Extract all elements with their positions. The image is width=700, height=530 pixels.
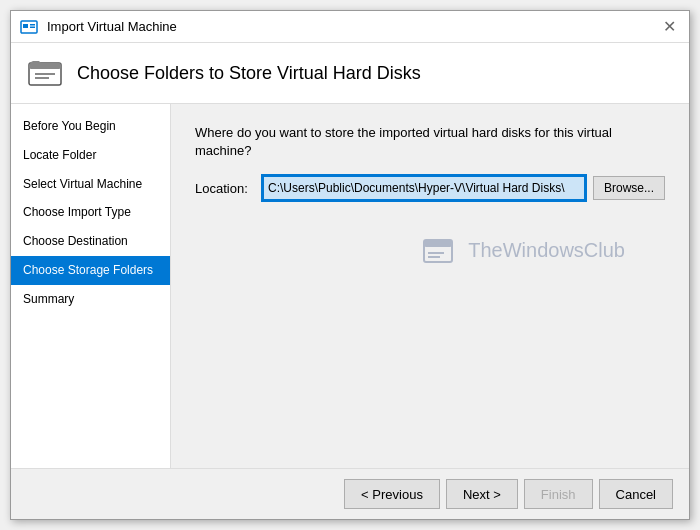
cancel-button[interactable]: Cancel	[599, 479, 673, 509]
import-virtual-machine-dialog: Import Virtual Machine ✕ Choose Folders …	[10, 10, 690, 520]
watermark-icon	[420, 230, 460, 270]
title-bar-text: Import Virtual Machine	[47, 19, 657, 34]
sidebar-item[interactable]: Summary	[11, 285, 170, 314]
finish-button[interactable]: Finish	[524, 479, 593, 509]
sidebar-item[interactable]: Choose Destination	[11, 227, 170, 256]
sidebar-item[interactable]: Choose Import Type	[11, 198, 170, 227]
sidebar-item[interactable]: Choose Storage Folders	[11, 256, 170, 285]
title-bar: Import Virtual Machine ✕	[11, 11, 689, 43]
next-button[interactable]: Next >	[446, 479, 518, 509]
dialog-header: Choose Folders to Store Virtual Hard Dis…	[11, 43, 689, 104]
svg-rect-3	[30, 26, 35, 28]
svg-rect-2	[30, 24, 35, 26]
header-icon	[27, 55, 63, 91]
sidebar-item[interactable]: Select Virtual Machine	[11, 170, 170, 199]
main-content: Where do you want to store the imported …	[171, 104, 689, 468]
svg-rect-7	[35, 77, 49, 79]
svg-rect-11	[428, 256, 440, 258]
svg-rect-1	[23, 24, 28, 28]
watermark-text: TheWindowsClub	[468, 239, 625, 262]
close-button[interactable]: ✕	[657, 15, 681, 39]
dialog-title: Choose Folders to Store Virtual Hard Dis…	[77, 63, 421, 84]
watermark-area: TheWindowsClub	[195, 230, 665, 270]
description-text: Where do you want to store the imported …	[195, 124, 665, 160]
footer: < Previous Next > Finish Cancel	[11, 468, 689, 519]
sidebar-item[interactable]: Before You Begin	[11, 112, 170, 141]
content-area: Before You BeginLocate FolderSelect Virt…	[11, 104, 689, 468]
previous-button[interactable]: < Previous	[344, 479, 440, 509]
sidebar: Before You BeginLocate FolderSelect Virt…	[11, 104, 171, 468]
location-row: Location: Browse...	[195, 176, 665, 200]
browse-button[interactable]: Browse...	[593, 176, 665, 200]
svg-rect-5	[29, 63, 61, 69]
sidebar-item[interactable]: Locate Folder	[11, 141, 170, 170]
svg-rect-9	[424, 240, 452, 247]
svg-rect-6	[35, 73, 55, 75]
location-input[interactable]	[263, 176, 585, 200]
svg-rect-10	[428, 252, 444, 254]
title-bar-icon	[19, 17, 39, 37]
location-label: Location:	[195, 181, 255, 196]
